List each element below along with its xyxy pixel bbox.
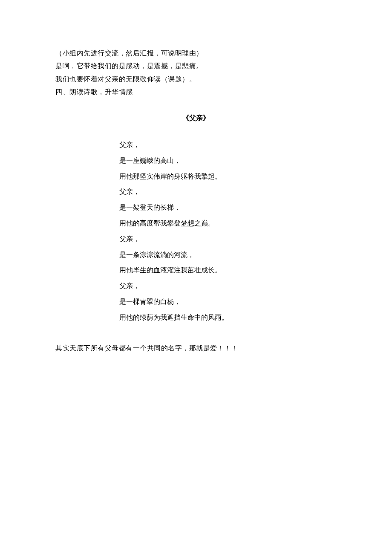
intro-line-1: （小组内先进行交流，然后汇报，可说明理由） (55, 47, 337, 60)
poem-title: 《父亲》 (55, 112, 337, 124)
poem-line: 是一棵青翠的白杨， (119, 294, 337, 310)
closing-line: 其实天底下所有父母都有一个共同的名字，那就是爱！！！ (55, 342, 337, 355)
poem-line: 是一架登天的长梯， (119, 200, 337, 216)
poem-line: 用他的绿荫为我遮挡生命中的风雨。 (119, 310, 337, 326)
poem-line: 是一座巍峨的高山， (119, 153, 337, 169)
poem-text: 用他的高度帮我攀登 (119, 220, 181, 227)
poem-line: 父亲， (119, 278, 337, 294)
poem-line: 父亲， (119, 231, 337, 247)
poem-line: 用他那坚实伟岸的身躯将我擎起。 (119, 169, 337, 185)
poem-line: 是一条淙淙流淌的河流， (119, 247, 337, 263)
document-page: （小组内先进行交流，然后汇报，可说明理由） 是啊，它带给我们的是感动，是震撼，是… (0, 0, 392, 355)
intro-line-2: 是啊，它带给我们的是感动，是震撼，是悲痛。 (55, 60, 337, 72)
poem-line: 父亲， (119, 184, 337, 200)
poem-text: 之巅。 (194, 220, 215, 227)
intro-line-3: 我们也要怀着对父亲的无限敬仰读（课题）。 (55, 73, 337, 86)
poem-body: 父亲， 是一座巍峨的高山， 用他那坚实伟岸的身躯将我擎起。 父亲， 是一架登天的… (119, 137, 337, 326)
underlined-text: 梦想 (181, 220, 194, 227)
poem-line: 父亲， (119, 137, 337, 153)
poem-line: 用他的高度帮我攀登梦想之巅。 (119, 216, 337, 231)
poem-line: 用他毕生的血液灌注我茁壮成长。 (119, 263, 337, 278)
section-heading: 四、朗读诗歌，升华情感 (55, 86, 337, 98)
